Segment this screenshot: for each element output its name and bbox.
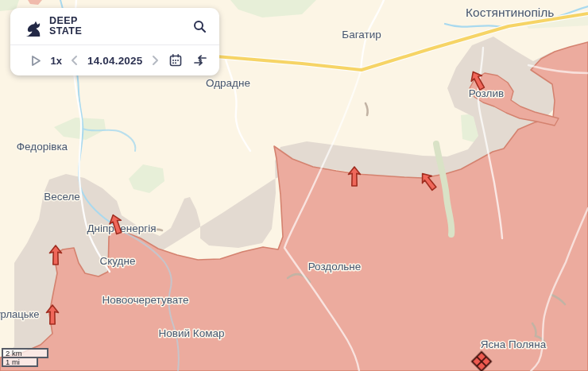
place-label-rozdolne: Роздольне [308, 261, 362, 272]
deepstate-logo[interactable]: DEEP STATE [23, 15, 82, 38]
place-label-kostiantynopil: Костянтинопіль [466, 6, 554, 19]
scale-bar: 2 km 1 mi [2, 348, 48, 367]
place-label-vesele: Веселе [44, 191, 80, 203]
play-icon [31, 55, 41, 67]
playback-speed[interactable]: 1x [50, 55, 61, 67]
search-button[interactable] [191, 18, 208, 35]
timeline-date[interactable]: 14.04.2025 [87, 55, 143, 67]
scale-mi: 1 mi [2, 357, 38, 367]
place-label-odradne: Одрадне [206, 77, 250, 89]
place-label-fedorivka: Федорівка [17, 141, 68, 153]
next-day-button[interactable] [150, 53, 161, 68]
knight-icon [23, 15, 44, 38]
place-label-yasna-poliana: Ясна Поляна [481, 338, 547, 350]
calendar-button[interactable] [168, 52, 184, 68]
collapse-timeline-icon [193, 54, 207, 67]
chevron-left-icon [71, 55, 78, 66]
chevron-right-icon [152, 55, 159, 66]
prev-day-button[interactable] [69, 53, 79, 68]
collapse-timeline-button[interactable] [191, 52, 209, 68]
brand-line2: STATE [49, 26, 82, 37]
place-label-novyi-komar: Новий Комар [159, 327, 225, 339]
place-label-burlatske: Бурлацьке [0, 308, 39, 320]
place-label-rozlyv: Розлив [469, 87, 504, 99]
place-label-bahatyr: Багатир [342, 29, 381, 41]
deepstate-map-app: КостянтинопільБагатирОдраднеРозливФедорі… [0, 0, 588, 371]
place-label-skudne: Скудне [100, 255, 136, 267]
place-label-novoocheretuvate: Новоочеретувате [103, 294, 189, 306]
play-button[interactable] [29, 53, 43, 68]
search-icon [193, 20, 207, 33]
control-panel: DEEP STATE 1x [10, 8, 219, 75]
calendar-icon [169, 54, 182, 67]
